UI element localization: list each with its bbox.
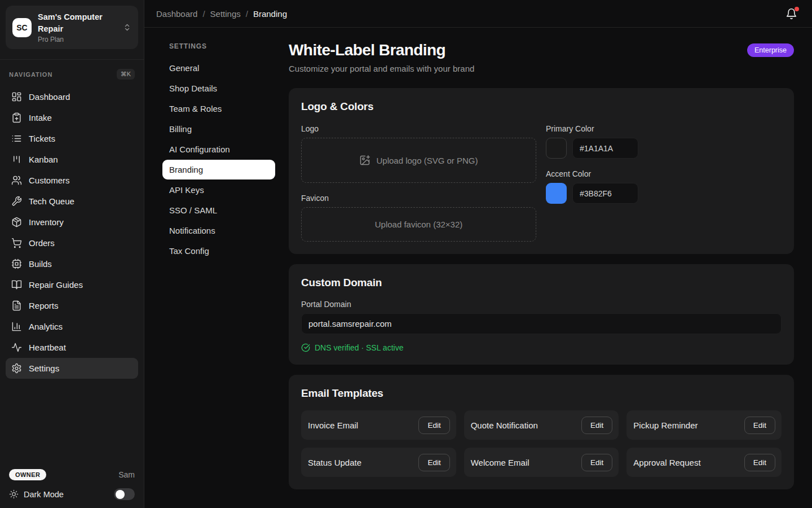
- sidebar-item-heartbeat[interactable]: Heartbeat: [6, 337, 138, 358]
- settings-nav-sso-saml[interactable]: SSO / SAML: [162, 200, 275, 220]
- dark-mode-toggle[interactable]: [114, 488, 135, 500]
- portal-domain-label: Portal Domain: [301, 300, 782, 309]
- main-area: Dashboard/Settings/Branding SETTINGS Gen…: [144, 0, 812, 508]
- sidebar-item-repair-guides[interactable]: Repair Guides: [6, 274, 138, 295]
- user-name: Sam: [118, 470, 135, 479]
- favicon-upload-dropzone[interactable]: Upload favicon (32×32): [301, 207, 536, 242]
- breadcrumb-separator: /: [246, 9, 248, 19]
- sidebar-item-tickets[interactable]: Tickets: [6, 128, 138, 149]
- settings-nav-api-keys[interactable]: API Keys: [162, 180, 275, 200]
- sidebar-item-label: Intake: [29, 113, 52, 122]
- sidebar-item-reports[interactable]: Reports: [6, 295, 138, 316]
- accent-color-swatch[interactable]: [546, 183, 567, 204]
- command-k-shortcut-badge: ⌘K: [117, 69, 135, 80]
- email-template-tile: Quote NotificationEdit: [464, 410, 619, 440]
- custom-domain-title: Custom Domain: [301, 277, 782, 289]
- edit-template-button[interactable]: Edit: [418, 417, 449, 434]
- sidebar-item-label: Customers: [29, 176, 70, 185]
- logo-colors-title: Logo & Colors: [301, 100, 782, 113]
- breadcrumb-item-dashboard[interactable]: Dashboard: [156, 9, 197, 19]
- edit-template-button[interactable]: Edit: [744, 417, 775, 434]
- sidebar-item-label: Repair Guides: [29, 280, 83, 290]
- sidebar-item-label: Reports: [29, 301, 59, 310]
- settings-nav-shop-details[interactable]: Shop Details: [162, 78, 275, 98]
- kanban-icon: [11, 154, 22, 165]
- logo-upload-text: Upload logo (SVG or PNG): [376, 156, 478, 165]
- tickets-icon: [11, 133, 22, 144]
- email-template-name: Status Update: [308, 458, 361, 467]
- breadcrumb-separator: /: [202, 9, 205, 19]
- sidebar-item-settings[interactable]: Settings: [6, 358, 138, 379]
- edit-template-button[interactable]: Edit: [581, 454, 612, 471]
- sidebar-item-intake[interactable]: Intake: [6, 107, 138, 128]
- settings-nav-general[interactable]: General: [162, 58, 275, 78]
- sun-icon: [9, 489, 19, 499]
- sidebar-item-label: Orders: [29, 238, 55, 248]
- email-template-name: Pickup Reminder: [633, 421, 698, 430]
- breadcrumb-item-settings[interactable]: Settings: [210, 9, 241, 19]
- logo-colors-card: Logo & Colors Logo Upload logo (SVG or P…: [289, 88, 794, 254]
- check-circle-icon: [301, 343, 310, 352]
- settings-nav-ai-configuration[interactable]: AI Configuration: [162, 139, 275, 159]
- sidebar-item-label: Tickets: [29, 134, 55, 143]
- custom-domain-card: Custom Domain Portal Domain DNS verified…: [289, 264, 794, 365]
- wrench-icon: [11, 196, 22, 207]
- primary-color-label: Primary Color: [546, 124, 638, 133]
- notifications-button[interactable]: [783, 6, 800, 22]
- intake-icon: [11, 112, 22, 123]
- settings-nav-notifications[interactable]: Notifications: [162, 221, 275, 240]
- favicon-label: Favicon: [301, 194, 536, 203]
- settings-subnav: SETTINGS GeneralShop DetailsTeam & Roles…: [162, 28, 275, 508]
- sidebar-item-label: Builds: [29, 259, 52, 269]
- sidebar-item-dashboard[interactable]: Dashboard: [6, 86, 138, 107]
- edit-template-button[interactable]: Edit: [418, 454, 449, 471]
- email-template-name: Quote Notification: [471, 421, 538, 430]
- settings-nav-branding[interactable]: Branding: [162, 160, 275, 179]
- navigation-section-label: NAVIGATION: [9, 71, 52, 78]
- breadcrumb-item-branding: Branding: [253, 9, 287, 19]
- workspace-switcher[interactable]: SC Sam's Computer Repair Pro Plan: [6, 6, 138, 49]
- email-templates-title: Email Templates: [301, 387, 782, 400]
- primary-color-swatch[interactable]: [546, 138, 567, 159]
- edit-template-button[interactable]: Edit: [581, 417, 612, 434]
- sidebar-item-customers[interactable]: Customers: [6, 170, 138, 191]
- sidebar-item-analytics[interactable]: Analytics: [6, 316, 138, 337]
- accent-color-label: Accent Color: [546, 169, 638, 178]
- dashboard-icon: [11, 91, 22, 102]
- sidebar-item-orders[interactable]: Orders: [6, 233, 138, 253]
- sidebar-item-builds[interactable]: Builds: [6, 253, 138, 274]
- favicon-upload-text: Upload favicon (32×32): [375, 220, 463, 229]
- settings-nav-tax-config[interactable]: Tax Config: [162, 241, 275, 261]
- accent-color-input[interactable]: [572, 183, 638, 204]
- email-template-name: Approval Request: [633, 458, 700, 467]
- sidebar-item-label: Dashboard: [29, 92, 70, 102]
- notification-dot: [795, 7, 799, 11]
- enterprise-badge: Enterprise: [747, 43, 794, 57]
- primary-color-input[interactable]: [572, 138, 638, 159]
- email-template-tile: Status UpdateEdit: [301, 448, 456, 477]
- edit-template-button[interactable]: Edit: [744, 454, 775, 471]
- portal-domain-input[interactable]: [301, 313, 782, 334]
- email-template-tile: Approval RequestEdit: [626, 448, 782, 477]
- settings-nav-team-roles[interactable]: Team & Roles: [162, 99, 275, 119]
- dark-mode-label: Dark Mode: [24, 490, 114, 499]
- sidebar-item-kanban[interactable]: Kanban: [6, 149, 138, 170]
- sidebar-item-tech-queue[interactable]: Tech Queue: [6, 191, 138, 212]
- settings-subnav-title: SETTINGS: [162, 42, 275, 50]
- topbar: Dashboard/Settings/Branding: [144, 0, 812, 28]
- activity-icon: [11, 342, 22, 353]
- sidebar-item-label: Inventory: [29, 217, 64, 227]
- workspace-name: Sam's Computer Repair: [38, 11, 117, 35]
- page-subtitle: Customize your portal and emails with yo…: [289, 64, 474, 73]
- workspace-avatar: SC: [12, 18, 32, 37]
- email-template-name: Invoice Email: [308, 421, 358, 430]
- sidebar-item-label: Analytics: [29, 322, 63, 331]
- sidebar-footer: OWNER Sam Dark Mode: [0, 462, 144, 508]
- logo-upload-dropzone[interactable]: Upload logo (SVG or PNG): [301, 138, 536, 183]
- sidebar-item-label: Tech Queue: [29, 196, 74, 206]
- sidebar-item-label: Heartbeat: [29, 343, 66, 352]
- sidebar-item-inventory[interactable]: Inventory: [6, 212, 138, 233]
- package-icon: [11, 217, 22, 227]
- email-template-name: Welcome Email: [471, 458, 529, 467]
- settings-nav-billing[interactable]: Billing: [162, 119, 275, 139]
